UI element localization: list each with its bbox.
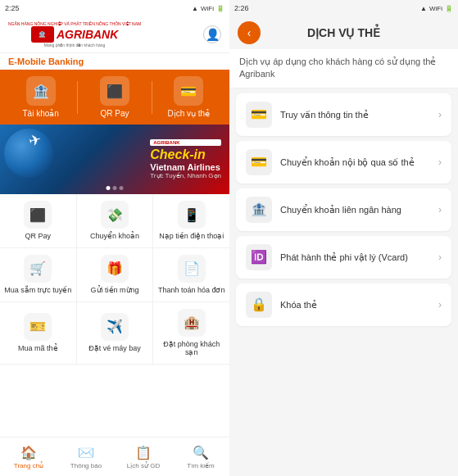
mail-icon: ✉️ (78, 445, 94, 460)
nav-tim-kiem[interactable]: 🔍 Tìm kiếm (172, 437, 229, 476)
dot-3 (120, 186, 124, 190)
status-icons-right: ▲ WiFi 🔋 (420, 5, 453, 12)
dich-vu-the-icon: 💳 (174, 76, 203, 106)
back-button[interactable]: ‹ (238, 21, 261, 44)
phat-hanh-the-icon: 🆔 (246, 244, 272, 270)
grid-thanh-toan-label: Thanh toán hóa đơn (158, 286, 225, 295)
grid-thanh-toan[interactable]: 📄 Thanh toán hóa đơn (153, 248, 229, 301)
bank-logo-icon: 🏦 (31, 26, 54, 43)
grid-nap-tien[interactable]: 📱 Nạp tiền điện thoại (153, 194, 229, 247)
search-icon: 🔍 (193, 445, 209, 460)
service-truy-van[interactable]: 💳 Truy vấn thông tin thẻ › (236, 93, 451, 136)
dot-2 (113, 186, 117, 190)
grid-dat-phong[interactable]: 🏨 Đặt phòng khách sạn (153, 302, 229, 365)
grid-chuyen-khoan-label: Chuyển khoản (90, 232, 139, 241)
grid-dat-ve-label: Đặt vé máy bay (88, 344, 141, 353)
bank-logo-main: 🏦 AGRIBANK (31, 26, 118, 43)
chuyen-khoan-noi-bo-label: Chuyển khoản nội bộ qua số thẻ (280, 156, 430, 168)
banner-checkin: Check-in (150, 147, 221, 162)
grid-qr-label: QR Pay (25, 232, 52, 241)
grid-gui-tien-mung[interactable]: 🎁 Gửi tiền mừng (77, 248, 154, 301)
service-khoa-the[interactable]: 🔒 Khóa thẻ › (236, 283, 451, 326)
grid-mua-sam-icon: 🛒 (24, 255, 52, 283)
banner-badge: AGRIBANK (150, 139, 221, 146)
chuyen-khoan-lien-icon: 🏦 (246, 197, 272, 223)
user-avatar[interactable]: 👤 (203, 25, 221, 43)
grid-qr-pay[interactable]: ⬛ QR Pay (0, 194, 77, 247)
service-chuyen-khoan-noi-bo[interactable]: 💳 Chuyển khoản nội bộ qua số thẻ › (236, 141, 451, 184)
menu-item-dich-vu-the[interactable]: 💳 Dịch vụ thẻ (152, 76, 225, 118)
grid-dat-ve[interactable]: ✈️ Đặt vé máy bay (77, 302, 154, 365)
dich-vu-the-label: Dịch vụ thẻ (167, 109, 210, 118)
nav-lich-su-label: Lịch sử GD (127, 462, 160, 469)
nav-thong-bao[interactable]: ✉️ Thông báo (57, 437, 115, 476)
nav-thong-bao-label: Thông báo (70, 462, 102, 469)
page-title: DỊCH VỤ THẺ (269, 26, 450, 39)
right-bottom-spacer (229, 468, 458, 476)
grid-mua-ma-the-icon: 🎫 (24, 313, 52, 341)
banner-airline: Vietnam Airlines (150, 162, 221, 172)
grid-thanh-toan-icon: 📄 (178, 255, 206, 283)
right-panel: 2:26 ▲ WiFi 🔋 ‹ DỊCH VỤ THẺ Dịch vụ áp d… (229, 0, 458, 476)
chuyen-khoan-lien-arrow: › (438, 204, 442, 215)
banner-text: AGRIBANK Check-in Vietnam Airlines Trực … (150, 125, 221, 194)
chuyen-khoan-lien-label: Chuyển khoản liên ngân hàng (280, 204, 430, 215)
grid-mua-ma-the[interactable]: 🎫 Mua mã thẻ (0, 302, 77, 365)
grid-nap-tien-icon: 📱 (178, 201, 206, 229)
menu-item-tai-khoan[interactable]: 🏦 Tài khoản (4, 76, 77, 118)
grid-dat-phong-icon: 🏨 (178, 309, 206, 337)
grid-dat-ve-icon: ✈️ (101, 313, 129, 341)
bank-header: NGÂN HÀNG NÔNG NGHIỆP VÀ PHÁT TRIÊN NÔNG… (0, 16, 229, 53)
emobile-label: E-Mobile Banking (0, 53, 229, 70)
right-header: ‹ DỊCH VỤ THẺ (229, 16, 458, 49)
nav-lich-su[interactable]: 📋 Lịch sử GD (115, 437, 172, 476)
grid-row-2: 🛒 Mua sắm trực tuyến 🎁 Gửi tiền mừng 📄 T… (0, 248, 229, 302)
grid-nap-tien-label: Nạp tiền điện thoại (159, 232, 224, 241)
grid-gui-tien-label: Gửi tiền mừng (91, 286, 139, 295)
home-icon: 🏠 (20, 445, 37, 460)
grid-chuyen-khoan[interactable]: 💸 Chuyển khoản (77, 194, 154, 247)
left-panel: 2:25 ▲ WiFi 🔋 NGÂN HÀNG NÔNG NGHIỆP VÀ P… (0, 0, 229, 476)
promo-banner[interactable]: ✈ AGRIBANK Check-in Vietnam Airlines Trự… (0, 125, 229, 194)
phat-hanh-the-arrow: › (438, 252, 442, 263)
banner-sub: Trực Tuyến, Nhanh Gọn (150, 172, 221, 179)
grid-dat-phong-label: Đặt phòng khách sạn (156, 340, 226, 358)
grid-mua-ma-the-label: Mua mã thẻ (18, 344, 58, 353)
nav-trang-chu-label: Trang chủ (14, 462, 43, 469)
phat-hanh-the-label: Phát hành thẻ phi vật lý (Vcard) (280, 252, 430, 263)
grid-menu: ⬛ QR Pay 💸 Chuyển khoản 📱 Nạp tiền điện … (0, 194, 229, 437)
grid-qr-icon: ⬛ (24, 201, 52, 229)
khoa-the-arrow: › (438, 299, 442, 311)
grid-row-1: ⬛ QR Pay 💸 Chuyển khoản 📱 Nạp tiền điện … (0, 194, 229, 248)
grid-row-3: 🎫 Mua mã thẻ ✈️ Đặt vé máy bay 🏨 Đặt phò… (0, 302, 229, 365)
tai-khoan-label: Tài khoản (22, 109, 58, 118)
qr-pay-icon: ⬛ (100, 76, 129, 106)
nav-trang-chu[interactable]: 🏠 Trang chủ (0, 437, 57, 476)
status-icons-left: ▲ WiFi 🔋 (192, 5, 224, 12)
status-bar-left: 2:25 ▲ WiFi 🔋 (0, 0, 229, 16)
grid-chuyen-khoan-icon: 💸 (101, 201, 129, 229)
time-left: 2:25 (5, 4, 20, 12)
service-list: 💳 Truy vấn thông tin thẻ › 💳 Chuyển khoả… (229, 93, 458, 468)
chuyen-khoan-noi-bo-arrow: › (438, 156, 442, 168)
bottom-nav: 🏠 Trang chủ ✉️ Thông báo 📋 Lịch sử GD 🔍 … (0, 437, 229, 476)
grid-mua-sam[interactable]: 🛒 Mua sắm trực tuyến (0, 248, 77, 301)
bank-slogan: Mang phồn thịnh đến khách hàng (44, 43, 106, 48)
truy-van-label: Truy vấn thông tin thẻ (280, 109, 430, 120)
grid-gui-tien-icon: 🎁 (101, 255, 129, 283)
qr-pay-label: QR Pay (100, 109, 129, 118)
nav-tim-kiem-label: Tìm kiếm (187, 462, 214, 469)
history-icon: 📋 (135, 445, 152, 460)
back-arrow-icon: ‹ (247, 26, 252, 39)
time-right: 2:26 (234, 4, 249, 12)
service-description: Dịch vụ áp dụng cho khách hàng có sử dụn… (229, 49, 458, 88)
menu-item-qr-pay[interactable]: ⬛ QR Pay (78, 76, 151, 118)
service-phat-hanh-the[interactable]: 🆔 Phát hành thẻ phi vật lý (Vcard) › (236, 236, 451, 279)
dot-1 (107, 186, 111, 190)
service-chuyen-khoan-lien[interactable]: 🏦 Chuyển khoản liên ngân hàng › (236, 188, 451, 231)
bank-name: AGRIBANK (57, 28, 118, 41)
khoa-the-icon: 🔒 (246, 292, 272, 318)
truy-van-icon: 💳 (246, 102, 272, 128)
truy-van-arrow: › (438, 109, 442, 120)
orange-menu: 🏦 Tài khoản ⬛ QR Pay 💳 Dịch vụ thẻ (0, 70, 229, 125)
